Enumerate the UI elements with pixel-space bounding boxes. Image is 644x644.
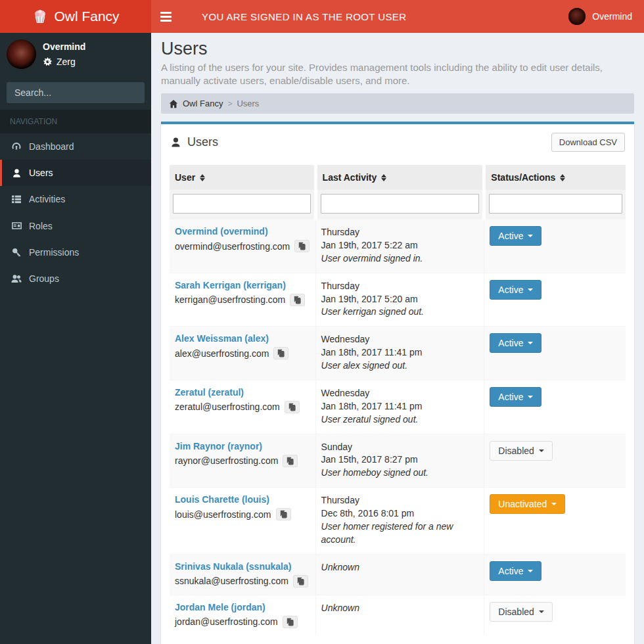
user-name-link[interactable]: Alex Weissman (alex) [175, 333, 269, 344]
table-row: Jim Raynor (raynor) raynor@userfrosting.… [170, 434, 626, 488]
copy-email-icon[interactable] [290, 294, 305, 306]
table-row: Alex Weissman (alex) alex@userfrosting.c… [170, 327, 626, 380]
sidebar-user-panel: Overmind Zerg [0, 33, 151, 76]
user-cell: Overmind (overmind) overmind@userfrostin… [170, 219, 315, 273]
download-csv-button[interactable]: Download CSV [551, 133, 625, 152]
column-header-user[interactable]: User [170, 165, 315, 190]
users-table: User Last Activity Status/Actions [170, 165, 626, 635]
user-name-link[interactable]: Louis Charette (louis) [175, 494, 269, 505]
copy-email-icon[interactable] [276, 508, 291, 520]
last-activity-unknown: Unknown [321, 561, 479, 574]
caret-down-icon [551, 503, 557, 505]
sidebar-toggle-icon[interactable] [151, 0, 181, 33]
status-label: Active [498, 566, 523, 576]
status-button[interactable]: Disabled [490, 441, 552, 461]
search-input[interactable] [7, 82, 141, 103]
filter-row [170, 190, 626, 219]
status-button[interactable]: Disabled [490, 602, 552, 622]
last-activity-cell: ThursdayDec 8th, 2016 8:01 pmUser homer … [315, 488, 484, 555]
user-name-link[interactable]: Jim Raynor (raynor) [175, 441, 262, 451]
sidebar-item-permissions[interactable]: Permissions [0, 239, 151, 265]
status-label: Active [498, 231, 523, 241]
breadcrumb: Owl Fancy > Users [161, 93, 634, 114]
sidebar-item-groups[interactable]: Groups [0, 265, 151, 292]
zerg-group-icon [43, 57, 53, 67]
sidebar-item-activities[interactable]: Activities [0, 186, 151, 212]
panel-heading: Users Download CSV [161, 124, 634, 160]
sidebar-item-roles[interactable]: Roles [0, 212, 151, 239]
sidebar-item-users[interactable]: Users [0, 160, 151, 186]
avatar [568, 8, 586, 25]
status-label: Disabled [498, 607, 534, 617]
filter-input-last-activity[interactable] [321, 194, 480, 214]
copy-email-icon[interactable] [293, 575, 308, 587]
user-menu[interactable]: Overmind [557, 0, 644, 33]
sidebar-item-label: Roles [29, 221, 53, 231]
status-button[interactable]: Active [490, 280, 541, 300]
status-label: Disabled [498, 446, 534, 456]
sidebar-item-label: Dashboard [29, 141, 74, 152]
user-name-link[interactable]: Zeratul (zeratul) [175, 387, 244, 398]
user-cell: Jordan Mele (jordan) jordan@userfrosting… [170, 595, 315, 635]
activity-description: User overmind signed in. [321, 252, 479, 265]
column-header-status-actions[interactable]: Status/Actions [484, 165, 626, 190]
copy-email-icon[interactable] [273, 347, 288, 359]
sidebar-nav: DashboardUsersActivitiesRolesPermissions… [0, 133, 151, 292]
activity-description: User homer registered for a new account. [321, 520, 479, 547]
home-icon [169, 99, 178, 108]
status-label: Active [498, 285, 523, 295]
status-button[interactable]: Active [490, 226, 541, 246]
user-email: overmind@userfrosting.com [175, 241, 290, 252]
status-button[interactable]: Active [490, 387, 541, 407]
user-icon [10, 168, 23, 178]
sidebar-item-dashboard[interactable]: Dashboard [0, 133, 151, 160]
brand-logo[interactable]: Owl Fancy [0, 0, 151, 33]
breadcrumb-separator: > [227, 99, 232, 108]
table-row: Sarah Kerrigan (kerrigan) kerrigan@userf… [170, 273, 626, 327]
filter-input-user[interactable] [173, 194, 311, 214]
user-name-link[interactable]: Sarah Kerrigan (kerrigan) [175, 280, 286, 290]
status-button[interactable]: Active [490, 561, 541, 581]
activity-description: User homeboy signed out. [321, 467, 479, 480]
breadcrumb-home-link[interactable]: Owl Fancy [183, 99, 223, 108]
copy-email-icon[interactable] [283, 455, 298, 467]
root-user-alert: YOU ARE SIGNED IN AS THE ROOT USER [202, 11, 406, 22]
activity-date: Jan 19th, 2017 5:20 am [321, 293, 479, 306]
column-header-last-activity[interactable]: Last Activity [315, 165, 484, 190]
status-cell: Active [484, 380, 626, 434]
user-email: zeratul@userfrosting.com [175, 402, 280, 412]
activity-day: Thursday [321, 226, 479, 239]
status-label: Active [498, 338, 523, 348]
last-activity-cell: Unknown [315, 595, 484, 635]
activity-date: Jan 19th, 2017 5:22 am [321, 239, 479, 252]
status-button[interactable]: Active [490, 333, 541, 353]
user-name-link[interactable]: Srinivas Nukala (ssnukala) [175, 561, 291, 572]
cupcake-logo-icon [32, 8, 49, 25]
pagination: « ‹ 1 to 8 of 8 (8) › » [170, 635, 626, 644]
activity-description: User zeratul signed out. [321, 413, 479, 426]
copy-email-icon[interactable] [285, 401, 300, 413]
breadcrumb-current: Users [237, 99, 259, 108]
copy-email-icon[interactable] [283, 616, 298, 628]
column-label: Last Activity [323, 172, 377, 183]
sort-icon [200, 174, 205, 181]
user-name-link[interactable]: Overmind (overmind) [175, 226, 268, 237]
users-icon [10, 273, 23, 284]
search-icon[interactable] [141, 82, 145, 103]
sidebar-search [7, 82, 145, 103]
copy-email-icon[interactable] [294, 240, 310, 252]
list-icon [10, 194, 23, 204]
brand-title: Owl Fancy [54, 9, 119, 24]
status-button[interactable]: Unactivated [490, 494, 565, 514]
user-email: raynor@userfrosting.com [175, 455, 278, 466]
table-row: Jordan Mele (jordan) jordan@userfrosting… [170, 595, 626, 635]
filter-input-status[interactable] [489, 194, 622, 214]
table-row: Srinivas Nukala (ssnukala) ssnukala@user… [170, 554, 626, 595]
navbar-main: YOU ARE SIGNED IN AS THE ROOT USER Overm… [151, 0, 644, 33]
user-cell: Zeratul (zeratul) zeratul@userfrosting.c… [170, 380, 315, 434]
table-header-row: User Last Activity Status/Actions [170, 165, 626, 190]
sidebar-user-name: Overmind [43, 41, 85, 52]
caret-down-icon [528, 396, 533, 398]
user-name-link[interactable]: Jordan Mele (jordan) [175, 602, 265, 612]
last-activity-cell: SundayJan 15th, 2017 8:27 pmUser homeboy… [315, 434, 484, 488]
